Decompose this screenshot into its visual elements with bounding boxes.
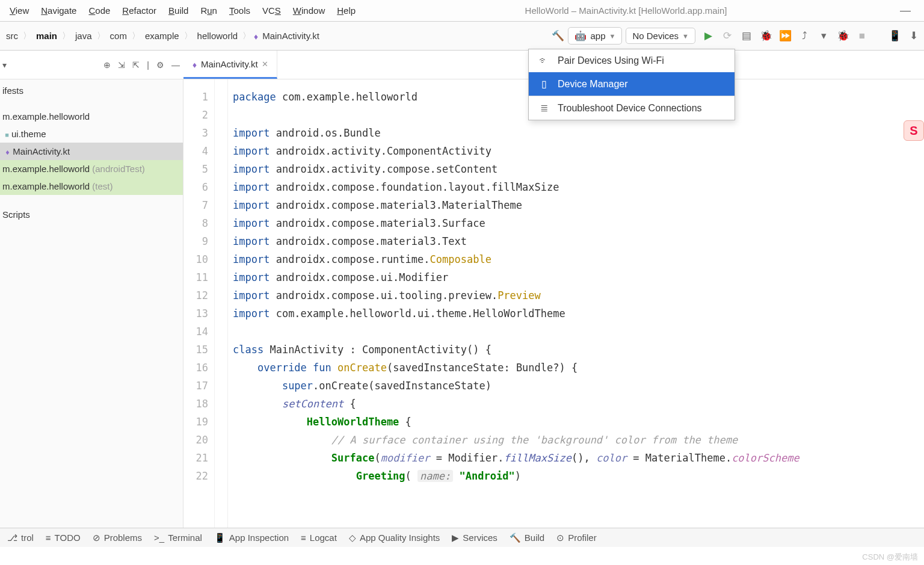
- menu-refactor[interactable]: Refactor: [116, 3, 162, 18]
- crumb-main[interactable]: main: [34, 29, 60, 42]
- wifi-icon: ᯤ: [538, 55, 549, 66]
- hammer-icon[interactable]: 🔨: [551, 29, 564, 43]
- pair-devices-wifi[interactable]: ᯤ Pair Devices Using Wi-Fi: [529, 49, 735, 72]
- tree-manifests[interactable]: ifests: [0, 79, 183, 99]
- menu-build[interactable]: Build: [162, 3, 194, 18]
- tool-icon: ▶: [452, 533, 459, 543]
- tab-label: MainActivity.kt: [201, 59, 258, 69]
- menu-view[interactable]: VViewiew: [4, 3, 35, 18]
- run-actions: ▶ ⟳ ▤ 🐞 ⏩ ⤴ ▾ 🐞 ■ 📱 ⬇: [701, 29, 920, 43]
- crumb-src[interactable]: src: [4, 29, 20, 42]
- attach-icon[interactable]: ⤴: [798, 29, 811, 43]
- crumb-example[interactable]: example: [143, 29, 182, 42]
- run-config-dropdown[interactable]: 🤖 app ▼: [568, 27, 622, 45]
- device-manager[interactable]: ▯ Device Manager: [529, 72, 735, 96]
- bottom-trol[interactable]: ⎇trol: [7, 533, 34, 543]
- bottom-toolbar: ⎇trol≡TODO⊘Problems>_Terminal📱App Inspec…: [0, 528, 924, 547]
- tool-icon: ◇: [349, 533, 356, 543]
- tool-icon: ⊙: [556, 533, 564, 543]
- menu-navigate[interactable]: Navigate: [35, 3, 82, 18]
- avd-icon[interactable]: 📱: [888, 29, 901, 43]
- run-icon[interactable]: ▶: [701, 29, 715, 43]
- code-content[interactable]: package com.example.helloworld import an…: [228, 79, 799, 547]
- chevron-icon: 〉: [241, 31, 252, 42]
- kotlin-file-icon: ⬧: [253, 31, 259, 41]
- troubleshoot-connections[interactable]: ≣ Troubleshoot Device Connections: [529, 96, 735, 120]
- tool-icon: 🔨: [510, 533, 521, 543]
- main-area: ifests m.example.helloworld ■ ui.theme ⬧…: [0, 79, 924, 547]
- watermark: CSDN @爱南墙: [862, 552, 918, 563]
- crumb-helloworld[interactable]: helloworld: [195, 29, 241, 42]
- bottom-build[interactable]: 🔨Build: [510, 533, 544, 543]
- profile-icon[interactable]: ⏩: [778, 29, 792, 43]
- collapse-icon[interactable]: ⇱: [132, 60, 140, 70]
- tree-androidtest[interactable]: m.example.helloworld (androidTest): [0, 160, 183, 178]
- devices-popup: ᯤ Pair Devices Using Wi-Fi ▯ Device Mana…: [528, 49, 735, 120]
- menu-vcs[interactable]: VCS: [256, 3, 287, 18]
- window-title: HelloWorld – MainActivity.kt [HelloWorld…: [362, 5, 890, 16]
- tool-icon: ⊘: [93, 533, 100, 543]
- crumb-java[interactable]: java: [73, 29, 94, 42]
- minimize-icon[interactable]: —: [890, 4, 920, 17]
- tool-icon: 📱: [214, 533, 226, 543]
- bottom-services[interactable]: ▶Services: [452, 533, 497, 543]
- tree-package[interactable]: m.example.helloworld: [0, 108, 183, 125]
- tool-icon: ≡: [46, 533, 51, 543]
- tab-mainactivity[interactable]: ⬧ MainActivity.kt ✕: [183, 51, 277, 79]
- android-debug-icon[interactable]: 🐞: [836, 29, 849, 43]
- breadcrumbs: src〉 main〉 java〉 com〉 example〉 helloworl…: [0, 29, 551, 42]
- rerun-icon[interactable]: ⟳: [721, 29, 734, 43]
- close-tab-icon[interactable]: ✕: [262, 60, 268, 69]
- chevron-icon: 〉: [22, 31, 32, 42]
- gear-icon[interactable]: ⚙: [156, 60, 164, 70]
- chevron-icon: 〉: [131, 31, 141, 42]
- expand-icon[interactable]: ⇲: [118, 60, 125, 70]
- secondary-toolbar: ▾ ⊕ ⇲ ⇱ | ⚙ — ⬧ MainActivity.kt ✕ ≡Code …: [0, 51, 924, 79]
- tree-file-mainactivity[interactable]: ⬧ MainActivity.kt: [0, 143, 183, 160]
- tool-icon: ≡: [301, 533, 306, 543]
- code-editor[interactable]: 12345678910111213141516171819202122 pack…: [183, 79, 924, 547]
- debug-icon[interactable]: 🐞: [759, 29, 772, 43]
- stop-icon[interactable]: ■: [855, 29, 869, 43]
- menu-bar: VViewiew Navigate Code Refactor Build Ru…: [0, 0, 924, 22]
- run-config-label: app: [590, 31, 605, 41]
- android-icon: 🤖: [574, 30, 587, 42]
- device-dropdown[interactable]: No Devices ▼: [626, 28, 695, 44]
- menu-run[interactable]: Run: [194, 3, 223, 18]
- menu-code[interactable]: Code: [82, 3, 116, 18]
- caret-down-icon: ▼: [609, 32, 616, 40]
- device-label: No Devices: [632, 31, 679, 41]
- menu-tools[interactable]: Tools: [223, 3, 256, 18]
- dropdown-caret-icon[interactable]: ▾: [2, 60, 7, 70]
- chevron-icon: 〉: [61, 31, 72, 42]
- menu-help[interactable]: Help: [331, 3, 362, 18]
- crumb-com[interactable]: com: [108, 29, 129, 42]
- bottom-app quality insights[interactable]: ◇App Quality Insights: [349, 533, 440, 543]
- more-run-icon[interactable]: ▾: [817, 29, 830, 43]
- target-icon[interactable]: ⊕: [103, 60, 111, 70]
- bottom-logcat[interactable]: ≡Logcat: [301, 533, 337, 543]
- bottom-terminal[interactable]: >_Terminal: [154, 533, 202, 543]
- sdk-icon[interactable]: ⬇: [907, 29, 920, 43]
- bottom-profiler[interactable]: ⊙Profiler: [556, 533, 597, 543]
- project-tool-header: ▾ ⊕ ⇲ ⇱ | ⚙ —: [0, 51, 183, 79]
- list-icon: ≣: [538, 102, 549, 114]
- hide-icon[interactable]: —: [171, 60, 180, 70]
- bottom-app inspection[interactable]: 📱App Inspection: [214, 533, 289, 543]
- chevron-icon: 〉: [183, 31, 194, 42]
- line-gutter: 12345678910111213141516171819202122: [183, 79, 215, 547]
- bottom-todo[interactable]: ≡TODO: [46, 533, 81, 543]
- tree-scripts[interactable]: Scripts: [0, 203, 183, 223]
- crumb-file[interactable]: MainActivity.kt: [260, 29, 322, 42]
- ime-badge-icon[interactable]: S: [904, 120, 924, 141]
- tool-icon: >_: [154, 533, 164, 543]
- bottom-problems[interactable]: ⊘Problems: [93, 533, 142, 543]
- tool-icon: ⎇: [7, 533, 17, 543]
- tree-theme[interactable]: ■ ui.theme: [0, 125, 183, 143]
- kotlin-file-icon: ⬧: [192, 59, 197, 69]
- menu-window[interactable]: Window: [287, 3, 331, 18]
- fold-gutter: [215, 79, 228, 547]
- tree-test[interactable]: m.example.helloworld (test): [0, 178, 183, 195]
- coverage-icon[interactable]: ▤: [740, 29, 753, 43]
- main-toolbar: src〉 main〉 java〉 com〉 example〉 helloworl…: [0, 22, 924, 51]
